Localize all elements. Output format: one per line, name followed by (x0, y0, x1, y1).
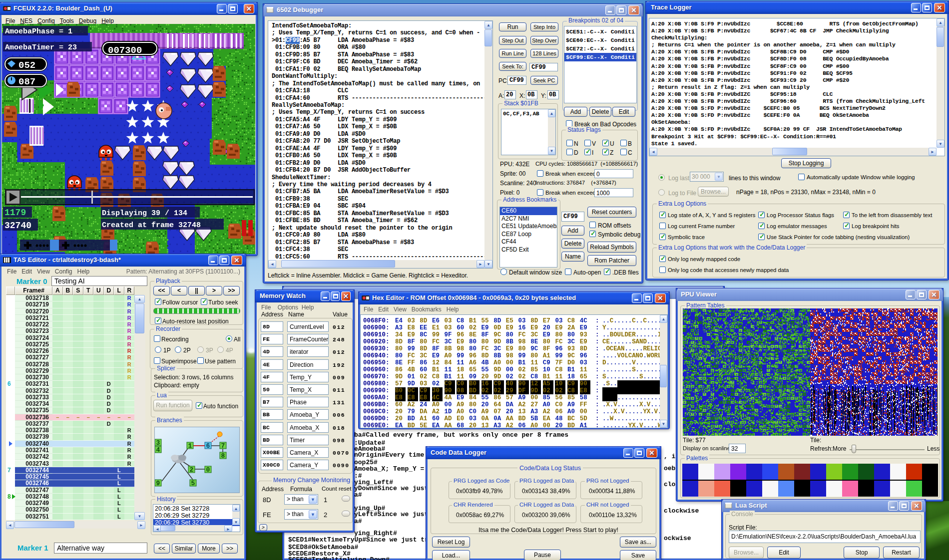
svg-text:1: 1 (188, 442, 192, 450)
svg-text:9: 9 (156, 480, 160, 487)
svg-text:8: 8 (221, 452, 225, 460)
svg-text:3: 3 (156, 439, 160, 447)
svg-text:6: 6 (206, 442, 210, 450)
svg-text:7: 7 (221, 442, 225, 450)
svg-text:4: 4 (156, 446, 160, 454)
svg-text:0: 0 (206, 466, 210, 474)
svg-text:2: 2 (190, 466, 194, 474)
svg-text:5: 5 (191, 480, 195, 487)
